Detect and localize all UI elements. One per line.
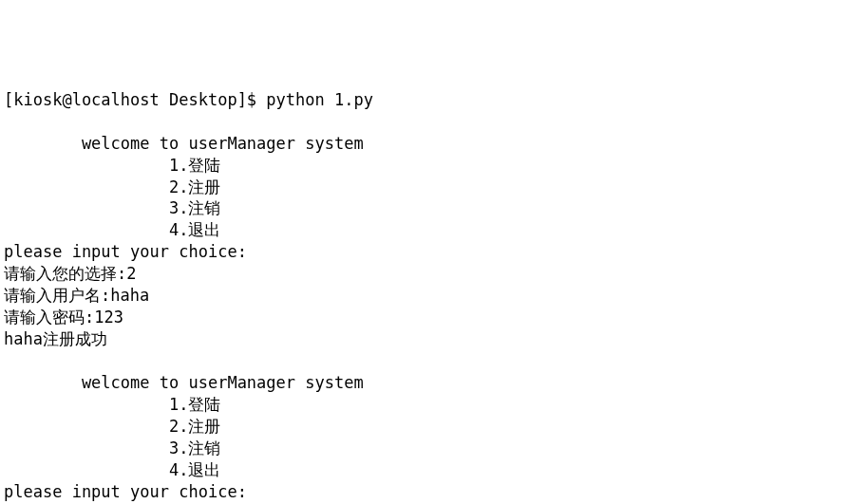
- menu-item-logout: 3.注销: [4, 438, 847, 459]
- choice-prompt-en: please input your choice:: [4, 481, 847, 503]
- menu-item-register: 2.注册: [4, 416, 847, 438]
- menu-header: welcome to userManager system: [4, 372, 847, 394]
- prompt-line: [kiosk@localhost Desktop]$ python 1.py: [4, 89, 847, 111]
- blank-line: [4, 350, 847, 372]
- menu-item-exit: 4.退出: [4, 459, 847, 481]
- username-input-line: 请输入用户名:haha: [4, 285, 847, 307]
- shell-prompt: [kiosk@localhost Desktop]$: [4, 90, 266, 109]
- menu-item-login: 1.登陆: [4, 155, 847, 177]
- choice-input-line: 请输入您的选择:2: [4, 263, 847, 285]
- password-input-line: 请输入密码:123: [4, 307, 847, 328]
- menu-item-logout: 3.注销: [4, 197, 847, 219]
- command-text: python 1.py: [266, 90, 373, 109]
- choice-prompt-en: please input your choice:: [4, 241, 847, 263]
- register-success-line: haha注册成功: [4, 328, 847, 350]
- terminal-output[interactable]: [kiosk@localhost Desktop]$ python 1.py w…: [4, 89, 847, 504]
- menu-header: welcome to userManager system: [4, 133, 847, 155]
- menu-item-login: 1.登陆: [4, 394, 847, 416]
- menu-item-exit: 4.退出: [4, 219, 847, 241]
- blank-line: [4, 111, 847, 133]
- menu-item-register: 2.注册: [4, 177, 847, 198]
